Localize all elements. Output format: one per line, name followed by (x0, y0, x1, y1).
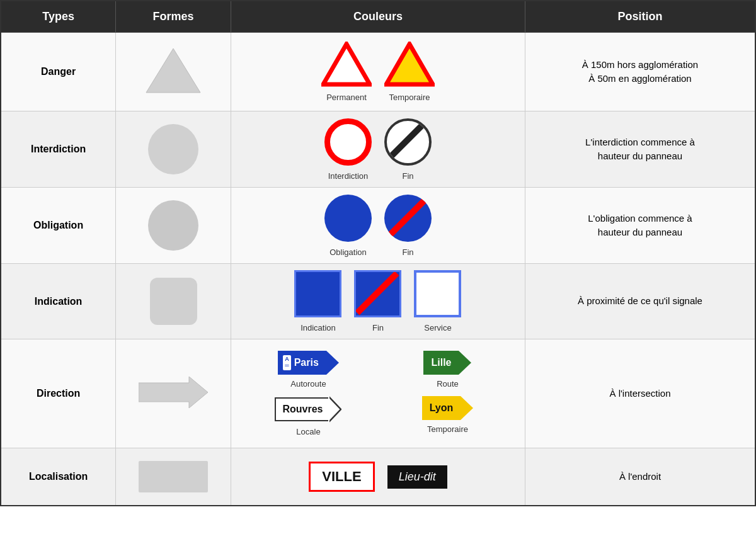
sign-ville: VILLE (309, 462, 374, 492)
position-indication: À proximité de ce qu'il signale (525, 264, 755, 339)
type-direction: Direction (1, 339, 116, 448)
sign-label-fin-interdiction: Fin (402, 171, 413, 181)
header-couleurs: Couleurs (231, 1, 525, 33)
svg-line-3 (390, 124, 423, 157)
table-row-obligation: Obligation Obligation (1, 188, 755, 264)
arrow-shape (139, 377, 208, 408)
table-row-localisation: Localisation VILLE Lieu-dit À l'endroit (1, 448, 755, 506)
route-label: Route (437, 379, 459, 389)
autoroute-text: Paris (294, 357, 319, 368)
svg-marker-9 (328, 396, 341, 423)
sign-label-temporaire-danger: Temporaire (389, 93, 430, 102)
forme-obligation (116, 188, 231, 264)
sign-danger-permanent: Permanent (321, 42, 372, 102)
svg-marker-2 (386, 44, 433, 84)
type-localisation: Localisation (1, 448, 116, 506)
forme-danger (116, 33, 231, 111)
temporaire-dir-text: Lyon (430, 402, 454, 414)
header-formes: Formes (116, 1, 231, 33)
autoroute-icon: A═ (283, 355, 291, 370)
sign-indication: Indication (294, 270, 341, 332)
sign-label-indication: Indication (301, 323, 336, 332)
couleurs-localisation: VILLE Lieu-dit (231, 448, 525, 506)
svg-marker-0 (146, 48, 200, 93)
fin-interdiction-svg (387, 121, 429, 163)
autoroute-label: Autoroute (290, 379, 326, 389)
autoroute-arrow-body: A═ Paris (278, 351, 326, 375)
obligation-blue-circle (324, 195, 372, 242)
locale-arrow-tip (328, 396, 341, 423)
temporaire-dir-label: Temporaire (427, 424, 468, 434)
svg-line-5 (357, 273, 397, 313)
type-interdiction: Interdiction (1, 111, 116, 188)
temporaire-arrow-body: Lyon (422, 396, 461, 420)
danger-temporaire-sign (384, 42, 435, 87)
sign-locale: Rouvres Locale (243, 396, 374, 436)
interdiction-red-circle (324, 118, 372, 166)
sign-danger-temporaire: Temporaire (384, 42, 435, 102)
svg-line-4 (389, 200, 425, 236)
autoroute-arrow-tip (326, 351, 339, 375)
couleurs-interdiction: Interdiction Fin (231, 111, 525, 188)
rectangle-shape (139, 461, 208, 492)
sign-fin-interdiction: Fin (384, 118, 432, 181)
lieu-dit-sign-box: Lieu-dit (387, 465, 447, 489)
sign-interdiction: Interdiction (324, 118, 372, 181)
type-danger: Danger (1, 33, 116, 111)
position-interdiction: L'interdiction commence àhauteur du pann… (525, 111, 755, 188)
locale-arrow-body: Rouvres (275, 397, 329, 421)
indication-blue-square (294, 270, 341, 317)
position-danger: À 150m hors agglomérationÀ 50m en agglom… (525, 33, 755, 111)
fin-indication-svg (356, 272, 399, 315)
locale-label: Locale (296, 427, 320, 436)
main-table: Types Formes Couleurs Position Danger (0, 0, 756, 506)
sign-fin-obligation: Fin (384, 195, 432, 257)
type-indication: Indication (1, 264, 116, 339)
service-white-square (414, 270, 461, 317)
fin-interdiction-sign (384, 118, 432, 166)
sign-label-fin-obligation: Fin (402, 247, 413, 257)
svg-marker-6 (139, 377, 208, 408)
type-obligation: Obligation (1, 188, 116, 264)
sign-lieu-dit: Lieu-dit (387, 465, 447, 489)
sign-service: Service (414, 270, 461, 332)
position-localisation: À l'endroit (525, 448, 755, 506)
forme-interdiction (116, 111, 231, 188)
circle-shape-obligation (148, 200, 198, 251)
svg-marker-7 (326, 351, 339, 375)
fin-obligation-svg (384, 195, 432, 242)
svg-marker-8 (459, 351, 471, 375)
table-row-indication: Indication Indication (1, 264, 755, 339)
forme-indication (116, 264, 231, 339)
fin-obligation-sign (384, 195, 432, 242)
header-position: Position (525, 1, 755, 33)
position-direction: À l'intersection (525, 339, 755, 448)
sign-temporaire-dir: Lyon Temporaire (382, 396, 513, 436)
temporaire-arrow-tip (461, 396, 473, 420)
sign-autoroute: A═ Paris Autoroute (243, 351, 374, 389)
table-row-danger: Danger Permanent (1, 33, 755, 111)
route-arrow-body: Lille (423, 351, 459, 375)
triangle-shape (145, 45, 202, 96)
svg-marker-11 (461, 396, 473, 420)
sign-label-permanent: Permanent (326, 93, 367, 102)
sign-obligation: Obligation (324, 195, 372, 257)
couleurs-danger: Permanent Temporaire (231, 33, 525, 111)
route-arrow-tip (459, 351, 471, 375)
table-row-direction: Direction A═ Paris (1, 339, 755, 448)
route-text: Lille (431, 357, 451, 368)
table-row-interdiction: Interdiction Interdiction (1, 111, 755, 188)
sign-route: Lille Route (382, 351, 513, 389)
danger-permanent-sign (321, 42, 372, 87)
forme-localisation (116, 448, 231, 506)
sign-label-service: Service (424, 323, 451, 332)
couleurs-obligation: Obligation Fin (231, 188, 525, 264)
header-types: Types (1, 1, 116, 33)
sign-label-obligation: Obligation (329, 247, 367, 257)
couleurs-direction: A═ Paris Autoroute Lille (231, 339, 525, 448)
svg-marker-1 (323, 44, 370, 84)
rounded-square-shape (150, 278, 197, 325)
sign-fin-indication: Fin (354, 270, 401, 332)
position-obligation: L'obligation commence àhauteur du pannea… (525, 188, 755, 264)
forme-direction (116, 339, 231, 448)
